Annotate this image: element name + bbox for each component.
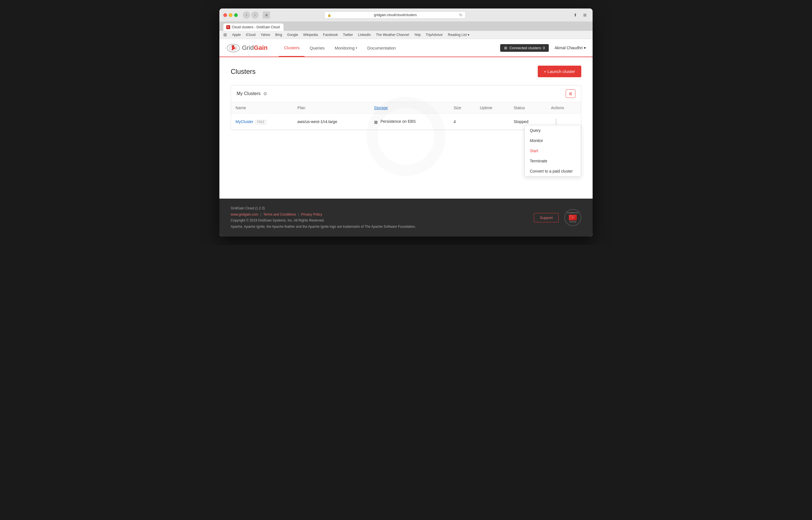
footer-links: www.gridgain.com | Terms and Conditions … — [231, 212, 416, 218]
cluster-name-cell: MyCluster FREE — [231, 114, 293, 130]
footer-right: Support POWERED BY i APACHE — [534, 209, 581, 226]
cluster-storage-cell: ▦ Persistence on EBS — [369, 114, 449, 130]
footer-apache-notice: Apache, Apache Ignite, the Apache feathe… — [231, 224, 416, 230]
bookmark-yelp[interactable]: Yelp — [414, 33, 421, 37]
bookmark-weather-channel[interactable]: The Weather Channel — [376, 33, 409, 37]
apache-text: APACHE — [569, 221, 576, 223]
cluster-plan-cell: aws/us-west-1/r4.large — [293, 114, 369, 130]
col-name: Name — [231, 102, 293, 114]
app-header: GridGain Clusters Queries Monitoring ▾ D… — [219, 39, 593, 57]
browser-window: ‹ › ⊞ 🔒 gridgain.cloud/cloud/clusters ↻ … — [219, 8, 593, 236]
col-status: Status — [509, 102, 547, 114]
browser-nav: ‹ › — [243, 11, 259, 19]
footer-inner: GridGain Cloud (1.2.3) www.gridgain.com … — [231, 205, 581, 230]
settings-icon[interactable]: ⚙ — [263, 91, 267, 97]
share-button[interactable]: ⬆ — [572, 11, 579, 19]
action-start[interactable]: Start — [525, 146, 581, 156]
monitoring-dropdown-arrow: ▾ — [356, 46, 357, 50]
new-tab-button[interactable]: ⊞ — [581, 11, 589, 19]
bookmark-google[interactable]: Google — [287, 33, 298, 37]
page-content: Clusters + Launch cluster My Clusters ⚙ … — [219, 57, 593, 199]
col-size: Size — [449, 102, 475, 114]
clusters-panel-header: My Clusters ⚙ ⊞ — [231, 85, 581, 102]
apps-icon[interactable]: ⊞ — [223, 32, 227, 37]
user-dropdown-arrow: ▾ — [584, 46, 586, 50]
powered-by-badge: POWERED BY i APACHE — [564, 209, 581, 226]
page-body: GridGain Clusters Queries Monitoring ▾ D… — [219, 39, 593, 236]
header-right: ⊞ Connected clusters: 0 Akmal Chaudhri ▾ — [500, 44, 586, 52]
bookmarks-bar: ⊞ Apple iCloud Yahoo Bing Google Wikiped… — [219, 31, 593, 39]
url-text: gridgain.cloud/cloud/clusters — [333, 13, 457, 17]
footer-privacy-link[interactable]: Privacy Policy — [301, 212, 322, 216]
ignite-logo: i — [569, 215, 577, 220]
bookmark-yahoo[interactable]: Yahoo — [261, 33, 270, 37]
footer-terms-link[interactable]: Terms and Conditions — [263, 212, 296, 216]
nav-monitoring[interactable]: Monitoring ▾ — [330, 39, 362, 57]
logo-text: GridGain — [242, 44, 268, 51]
tab-bar: G Cloud clusters - GridGain Cloud — [219, 22, 593, 31]
cluster-uptime-cell — [475, 114, 509, 130]
footer-sep1: | — [260, 212, 262, 216]
footer-sep2: | — [298, 212, 300, 216]
browser-titlebar: ‹ › ⊞ 🔒 gridgain.cloud/cloud/clusters ↻ … — [219, 8, 593, 22]
launch-cluster-button[interactable]: + Launch cluster — [538, 66, 582, 77]
bookmark-reading-list[interactable]: Reading List ▾ — [448, 33, 469, 37]
footer-left: GridGain Cloud (1.2.3) www.gridgain.com … — [231, 205, 416, 230]
actions-menu-trigger[interactable]: ⋮ — [551, 118, 561, 126]
bookmark-icloud[interactable]: iCloud — [246, 33, 256, 37]
nav-documentation[interactable]: Documentation — [362, 39, 401, 57]
panel-title: My Clusters — [236, 91, 260, 96]
user-name: Akmal Chaudhri — [554, 46, 583, 50]
bookmark-facebook[interactable]: Facebook — [323, 33, 338, 37]
bookmark-apple[interactable]: Apple — [232, 33, 241, 37]
actions-dropdown: Query Monitor Start Terminate Convert to… — [525, 125, 581, 177]
app-footer: GridGain Cloud (1.2.3) www.gridgain.com … — [219, 199, 593, 236]
minimize-button[interactable] — [229, 13, 232, 17]
action-query[interactable]: Query — [525, 125, 581, 135]
back-button[interactable]: ‹ — [243, 11, 250, 19]
col-storage[interactable]: Storage — [369, 102, 449, 114]
page-header: Clusters + Launch cluster — [231, 66, 581, 77]
refresh-button[interactable]: ↻ — [459, 13, 463, 17]
user-menu[interactable]: Akmal Chaudhri ▾ — [554, 46, 586, 50]
connected-clusters-badge[interactable]: ⊞ Connected clusters: 0 — [500, 44, 549, 52]
bookmark-tripadvisor[interactable]: TripAdvisor — [426, 33, 443, 37]
col-plan: Plan — [293, 102, 369, 114]
tab-title: Cloud clusters - GridGain Cloud — [232, 25, 280, 29]
bookmark-wikipedia[interactable]: Wikipedia — [303, 33, 318, 37]
cluster-icon: ⊞ — [504, 46, 507, 50]
table-row: MyCluster FREE aws/us-west-1/r4.large ▦ … — [231, 114, 581, 130]
status-stopped: Stopped — [514, 120, 528, 124]
panel-title-row: My Clusters ⚙ — [236, 91, 267, 97]
sidebar-button[interactable]: ⊞ — [263, 11, 270, 19]
col-uptime: Uptime — [475, 102, 509, 114]
cluster-name-link[interactable]: MyCluster — [235, 120, 253, 124]
forward-button[interactable]: › — [251, 11, 259, 19]
clusters-panel: My Clusters ⚙ ⊞ Name Plan Storage Size — [231, 85, 581, 130]
export-excel-button[interactable]: ⊞ — [566, 89, 576, 98]
footer-website-link[interactable]: www.gridgain.com — [231, 212, 258, 216]
fullscreen-button[interactable] — [234, 13, 238, 17]
footer-copyright: Copyright © 2019 GridGain Systems, Inc. … — [231, 217, 416, 224]
bookmark-linkedin[interactable]: LinkedIn — [358, 33, 371, 37]
traffic-lights — [223, 13, 238, 17]
action-convert-paid[interactable]: Convert to a paid cluster — [525, 166, 581, 176]
table-header-row: Name Plan Storage Size Uptime Status Act… — [231, 102, 581, 114]
close-button[interactable] — [223, 13, 227, 17]
cluster-actions-cell: ⋮ Query Monitor Start Terminate Convert … — [547, 114, 581, 130]
support-button[interactable]: Support — [534, 213, 559, 223]
action-monitor[interactable]: Monitor — [525, 135, 581, 146]
logo: GridGain — [226, 43, 268, 53]
action-terminate[interactable]: Terminate — [525, 156, 581, 166]
bookmark-twitter[interactable]: Twitter — [343, 33, 353, 37]
clusters-table: Name Plan Storage Size Uptime Status Act… — [231, 102, 581, 130]
active-tab[interactable]: G Cloud clusters - GridGain Cloud — [223, 24, 284, 31]
lock-icon: 🔒 — [328, 13, 331, 17]
page-title: Clusters — [231, 68, 256, 76]
cluster-size-cell: 4 — [449, 114, 475, 130]
address-bar[interactable]: 🔒 gridgain.cloud/cloud/clusters ↻ — [324, 11, 466, 19]
excel-icon: ⊞ — [569, 92, 572, 96]
nav-clusters[interactable]: Clusters — [279, 39, 305, 57]
nav-queries[interactable]: Queries — [305, 39, 330, 57]
bookmark-bing[interactable]: Bing — [275, 33, 282, 37]
